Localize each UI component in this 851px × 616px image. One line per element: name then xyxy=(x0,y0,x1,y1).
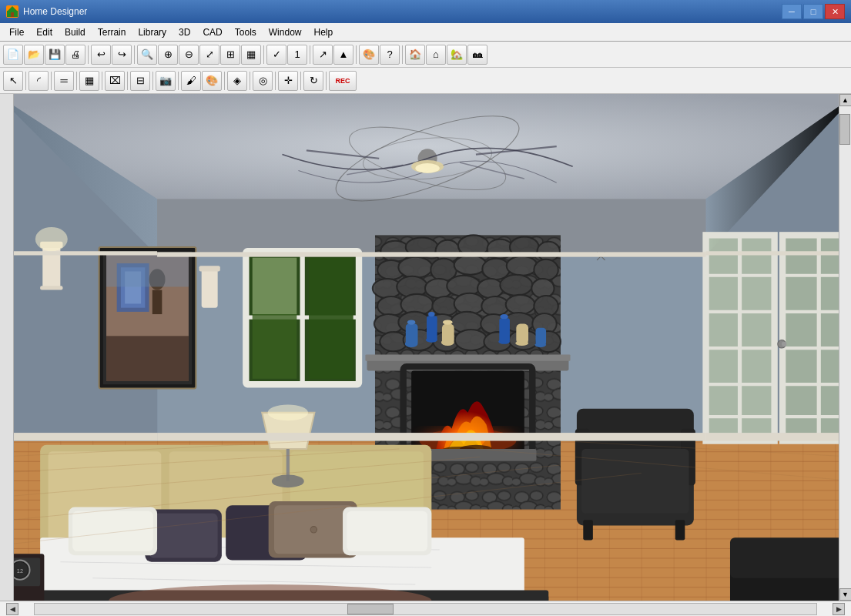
toolbar1: 📄📂💾🖨↩↪🔍⊕⊖⤢⊞▦✓1↗▲🎨?🏠⌂🏡🏘 xyxy=(0,42,851,68)
toolbar-button-print[interactable]: 🖨 xyxy=(65,45,85,65)
menu-item-terrain[interactable]: Terrain xyxy=(92,23,132,41)
menu-item-window[interactable]: Window xyxy=(263,23,308,41)
scroll-thumb-vertical[interactable] xyxy=(839,114,850,145)
maximize-button[interactable]: □ xyxy=(803,4,823,19)
toolbar-button-camera[interactable]: 📷 xyxy=(156,71,176,91)
toolbar-button-light[interactable]: ◎ xyxy=(253,71,273,91)
menu-item-edit[interactable]: Edit xyxy=(30,23,59,41)
svg-point-43 xyxy=(538,242,560,261)
toolbar-button-zoom-out[interactable]: ⊖ xyxy=(179,45,199,65)
close-button[interactable]: ✕ xyxy=(825,4,845,19)
menu-item-library[interactable]: Library xyxy=(132,23,173,41)
svg-point-132 xyxy=(35,227,68,251)
toolbar-separator xyxy=(178,72,179,90)
toolbar-button-help-btn[interactable]: ? xyxy=(380,45,400,65)
svg-point-63 xyxy=(506,295,535,314)
toolbar-button-stair-tool[interactable]: ⌧ xyxy=(105,71,125,91)
toolbar-button-house3[interactable]: 🏡 xyxy=(447,45,467,65)
toolbar-button-record[interactable]: REC xyxy=(329,71,357,91)
svg-rect-179 xyxy=(583,520,593,540)
menu-item-help[interactable]: Help xyxy=(307,23,339,41)
svg-point-45 xyxy=(398,257,432,278)
svg-rect-118 xyxy=(782,235,839,440)
left-ruler xyxy=(0,94,14,601)
toolbar-button-dimension[interactable]: ⊟ xyxy=(130,71,150,91)
toolbar-separator xyxy=(356,45,357,64)
toolbar-button-save[interactable]: 💾 xyxy=(45,45,65,65)
toolbar-button-zoom-out-glass[interactable]: 🔍 xyxy=(137,45,157,65)
scroll-down-button[interactable]: ▼ xyxy=(839,588,852,601)
toolbar-button-zoom-box[interactable]: ⊞ xyxy=(220,45,240,65)
svg-rect-199 xyxy=(157,252,705,256)
svg-rect-145 xyxy=(106,255,189,287)
toolbar-button-move[interactable]: ✛ xyxy=(278,71,298,91)
svg-point-49 xyxy=(507,256,538,276)
toolbar-separator xyxy=(224,72,225,90)
scroll-track-vertical xyxy=(839,106,852,588)
svg-rect-182 xyxy=(730,537,839,578)
viewport: 12 xyxy=(14,94,839,601)
toolbar-button-house2[interactable]: ⌂ xyxy=(426,45,446,65)
menu-item-tools[interactable]: Tools xyxy=(229,23,263,41)
horizontal-scrollbar[interactable] xyxy=(34,603,817,615)
menu-item-cad[interactable]: CAD xyxy=(196,23,228,41)
toolbar-button-room-tool[interactable]: ▦ xyxy=(79,71,99,91)
toolbar-button-rotate[interactable]: ↻ xyxy=(303,71,323,91)
toolbar-button-texture[interactable]: ◈ xyxy=(227,71,247,91)
toolbar-button-paint[interactable]: 🖌 xyxy=(181,71,201,91)
toolbar-button-material[interactable]: 🎨 xyxy=(359,45,379,65)
horizontal-scroll-thumb[interactable] xyxy=(347,604,394,614)
toolbar-button-color[interactable]: 🎨 xyxy=(202,71,222,91)
svg-rect-162 xyxy=(72,511,153,551)
menu-item-build[interactable]: Build xyxy=(59,23,92,41)
toolbar-button-up[interactable]: ▲ xyxy=(333,45,353,65)
svg-rect-80 xyxy=(365,354,570,360)
svg-point-47 xyxy=(454,256,487,275)
svg-rect-91 xyxy=(499,318,510,342)
svg-rect-156 xyxy=(149,514,218,558)
toolbar-button-arc-tool[interactable]: ◜ xyxy=(28,71,49,91)
toolbar-button-wall-tool[interactable]: ═ xyxy=(54,71,74,91)
toolbar-separator xyxy=(127,72,128,90)
toolbar-button-select[interactable]: ↖ xyxy=(3,71,23,91)
toolbar-button-3d-view[interactable]: 1 xyxy=(287,45,307,65)
toolbar-button-house1[interactable]: 🏠 xyxy=(405,45,425,65)
svg-point-127 xyxy=(782,342,786,346)
toolbar-separator xyxy=(275,72,276,90)
scroll-up-button[interactable]: ▲ xyxy=(839,94,852,106)
svg-point-160 xyxy=(310,527,317,533)
svg-rect-133 xyxy=(202,267,218,307)
menu-item-3d[interactable]: 3D xyxy=(173,23,196,41)
svg-rect-82 xyxy=(406,324,418,346)
toolbar-button-plan-check[interactable]: ✓ xyxy=(266,45,286,65)
app-title: Home Designer xyxy=(23,6,782,17)
svg-point-62 xyxy=(481,296,509,316)
minimize-button[interactable]: ─ xyxy=(782,4,802,19)
window-controls: ─ □ ✕ xyxy=(782,4,845,19)
toolbar-button-zoom-in[interactable]: ⊕ xyxy=(158,45,178,65)
svg-rect-131 xyxy=(40,286,62,290)
toolbar-separator xyxy=(134,45,135,64)
toolbar-button-new[interactable]: 📄 xyxy=(3,45,23,65)
scroll-left-button[interactable]: ◀ xyxy=(6,603,18,615)
svg-point-89 xyxy=(443,320,453,324)
toolbar-button-route[interactable]: ↗ xyxy=(313,45,333,65)
svg-marker-200 xyxy=(706,251,839,255)
svg-rect-108 xyxy=(309,258,353,379)
svg-rect-203 xyxy=(706,433,839,440)
toolbar-button-redo[interactable]: ↪ xyxy=(112,45,132,65)
toolbar-button-open[interactable]: 📂 xyxy=(24,45,44,65)
menu-bar: FileEditBuildTerrainLibrary3DCADToolsWin… xyxy=(0,23,851,42)
svg-point-92 xyxy=(500,314,508,319)
menu-item-file[interactable]: File xyxy=(3,23,30,41)
svg-rect-94 xyxy=(516,324,528,344)
toolbar-button-fit-window[interactable]: ⤢ xyxy=(199,45,219,65)
svg-point-83 xyxy=(407,320,415,324)
svg-point-55 xyxy=(477,279,504,298)
toolbar-button-house4[interactable]: 🏘 xyxy=(467,45,487,65)
svg-rect-109 xyxy=(253,258,297,314)
scroll-right-button[interactable]: ▶ xyxy=(833,603,845,615)
svg-text:12: 12 xyxy=(17,567,23,574)
toolbar-button-undo[interactable]: ↩ xyxy=(91,45,111,65)
toolbar-button-zoom-area[interactable]: ▦ xyxy=(241,45,261,65)
